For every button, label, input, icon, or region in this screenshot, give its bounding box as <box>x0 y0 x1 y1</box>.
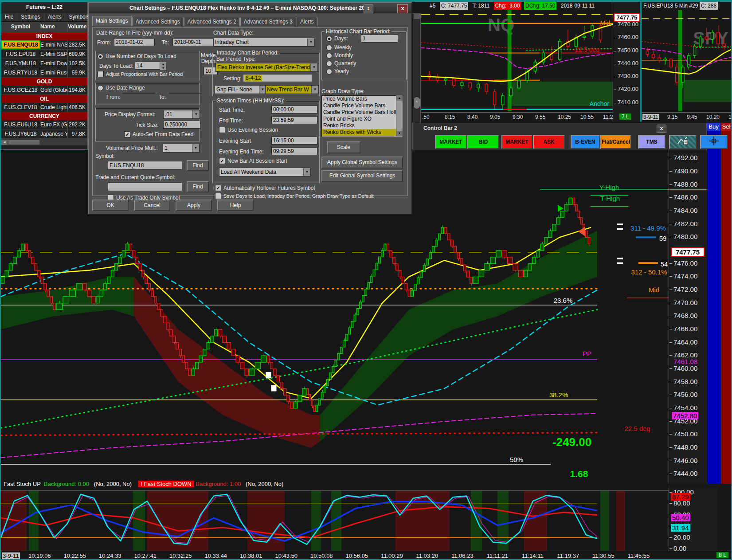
symbol-cell[interactable]: F.US.GCEZ18 <box>1 86 40 94</box>
watchlist-row[interactable]: F.US.EU6U18Euro FX (Glo292.2K <box>1 120 87 129</box>
bar-period-type-select[interactable]: Flex Renko Inverse Set (BarSize-Trend▼ <box>215 63 318 72</box>
listbox-item[interactable]: Candle Price Volume Bars <box>322 102 403 109</box>
dialog-close-icon[interactable]: x <box>397 4 408 13</box>
nq-mini-chart[interactable]: #5 C: 7477.75 T: 1811 Chg: -3.00 DChg: 1… <box>421 2 613 121</box>
tab-advanced-settings-3[interactable]: Advanced Settings 3 <box>240 17 296 26</box>
listbox-item[interactable]: Candle Price Volume Bars Holl <box>322 109 403 116</box>
graph-draw-listbox[interactable]: Price Volume BarsCandle Price Volume Bar… <box>321 95 403 137</box>
scrollbar-thumb[interactable]: ^ <box>414 97 420 109</box>
menu-alerts[interactable]: Alerts <box>44 12 66 21</box>
symbol-cell[interactable]: F.US.EU6U18 <box>1 120 40 129</box>
setting-input[interactable]: 8-4-12 <box>243 74 312 82</box>
cancel-button[interactable]: Cancel <box>134 200 170 211</box>
find-trade-symbol-button[interactable]: Find <box>187 181 209 192</box>
new-bar-checkbox[interactable]: ✓New Bar At Session Start <box>219 158 287 164</box>
ok-button[interactable]: OK <box>92 200 129 211</box>
column-header-symbol[interactable]: Symbol <box>1 22 40 32</box>
scroll-thumb[interactable] <box>8 140 39 145</box>
tick-size-input[interactable]: 0.250000 <box>163 121 200 129</box>
symbol-cell[interactable]: F.US.YMU18 <box>1 59 40 68</box>
end-time-input[interactable]: 23:59:59 <box>271 116 317 124</box>
watchlist-row[interactable]: F.US.CLEV18Crude Light406.5K <box>1 103 87 112</box>
watchlist-row[interactable]: F.US.EPU18E-Mini S&P689.9K <box>1 50 87 59</box>
market-button[interactable]: MARKET <box>501 135 532 149</box>
tab-advanced-settings-2[interactable]: Advanced Settings 2 <box>184 17 240 26</box>
to-input[interactable]: 2018-09-11 <box>172 38 213 46</box>
hist-monthly-radio[interactable]: Monthly <box>326 52 353 59</box>
dialog-title[interactable]: Chart Settings – F.US.ENQU18 Flex Renko … <box>89 3 411 13</box>
listbox-item[interactable]: Price Volume Bars <box>322 96 403 102</box>
watchlist-hscrollbar[interactable]: ◄ <box>1 139 87 145</box>
chart-calc-button[interactable] <box>669 135 697 149</box>
vap-select[interactable]: 1▼ <box>163 144 200 153</box>
edit-global-button[interactable]: Edit Global Symbol Settings <box>321 170 403 182</box>
crosshair-button[interactable] <box>700 135 728 149</box>
dialog-spinner-icon[interactable]: ⇕ <box>364 4 373 13</box>
hist-weekly-radio[interactable]: Weekly <box>326 44 352 51</box>
find-symbol-button[interactable]: Find <box>187 160 209 171</box>
watchlist-column-headers[interactable]: SymbolNameVolume <box>1 22 87 32</box>
days-spinner[interactable]: ▲▼ <box>160 62 167 70</box>
spy-mini-chart[interactable]: F.US.EPU18 5 Min #29 C: 288 SPY 8-9-119:… <box>640 2 732 121</box>
market-button[interactable]: MARKET <box>435 135 467 149</box>
column-header-name[interactable]: Name <box>40 22 68 32</box>
column-header-volume[interactable]: Volume <box>68 22 86 32</box>
watchlist-row[interactable]: F.US.RTYU18E-mini Russ59.9K <box>1 68 87 78</box>
watchlist-row[interactable]: F.US.YMU18E-mini Dow102.5K <box>1 59 87 68</box>
scroll-left-icon[interactable]: ◄ <box>1 140 8 145</box>
hist-days-input[interactable]: 1 <box>361 35 398 43</box>
tab-main-settings[interactable]: Main Settings <box>92 16 132 26</box>
evening-start-input[interactable]: 16:15:00 <box>271 137 317 145</box>
chart-data-type-select[interactable]: Intraday Chart▼ <box>213 38 315 47</box>
listbox-scrollbar[interactable]: ▲ ▼ <box>396 95 403 136</box>
symbol-cell[interactable]: F.US.RTYU18 <box>1 68 40 77</box>
symbol-cell[interactable]: F.US.CLEV18 <box>1 103 40 112</box>
stoch-scale[interactable]: 100.0080.0060.0040.0020.000.0087.2950.40… <box>669 488 718 552</box>
start-time-input[interactable]: 00:00:00 <box>271 106 317 114</box>
hist-days-radio[interactable]: Days: <box>326 35 348 42</box>
main-price-scale[interactable]: 7492.007490.007488.007486.007484.007482.… <box>669 150 707 484</box>
hist-yearly-radio[interactable]: Yearly <box>326 68 349 74</box>
watchlist-row[interactable]: F.US.ENQU18E-mini NAS282.5K <box>1 40 87 50</box>
range-to-input[interactable] <box>169 93 202 94</box>
adjust-proportional-checkbox[interactable]: Adjust Proportional With Bar Period <box>98 71 183 77</box>
listbox-item[interactable]: Renko Bricks with Wicks <box>322 129 403 136</box>
symbol-input[interactable]: F.US.ENQU18 <box>108 161 182 170</box>
listbox-item[interactable]: Point and Figure XO <box>322 116 403 122</box>
evening-end-input[interactable]: 09:29:59 <box>271 147 317 155</box>
symbol-cell[interactable]: F.US.JY6U18 <box>1 129 40 138</box>
watchlist-row[interactable]: F.US.JY6U18Japanese Ye97.8K <box>1 129 87 139</box>
trade-symbol-input[interactable] <box>108 182 182 191</box>
gap-fill-select[interactable]: Gap Fill - None▼ <box>215 85 266 94</box>
use-date-range-radio[interactable]: Use Date Range <box>98 85 145 91</box>
hist-quarterly-radio[interactable]: Quarterly <box>326 60 356 67</box>
main-time-axis[interactable]: 3-9-1110:19:0610:22:5510:24:3310:27:4110… <box>1 551 732 560</box>
bid-button[interactable]: BID <box>467 135 499 149</box>
menu-settings[interactable]: Settings <box>17 12 44 21</box>
control-bar-close-icon[interactable]: x <box>657 125 666 133</box>
tab-advanced-settings[interactable]: Advanced Settings <box>132 17 184 26</box>
price-display-format-select[interactable]: .01▼ <box>163 110 200 119</box>
dom-sell-column[interactable]: Sell <box>721 123 732 484</box>
scale-button[interactable]: Scale <box>327 141 360 153</box>
watchlist-title[interactable]: Futures – L:22 <box>1 2 87 12</box>
stoch-panel[interactable] <box>1 490 669 551</box>
listbox-item[interactable]: Renko Bricks <box>322 122 403 129</box>
flat-cancel-button[interactable]: Flat/Cancel <box>600 135 631 149</box>
dom-buy-column[interactable]: Buy <box>707 123 720 484</box>
use-evening-checkbox[interactable]: Use Evening Session <box>219 127 278 133</box>
symbol-cell[interactable]: F.US.EPU18 <box>1 50 40 59</box>
tab-alerts[interactable]: Alerts <box>297 17 317 26</box>
range-from-input[interactable] <box>122 93 155 94</box>
save-defaults-checkbox[interactable]: Save Days to Load, Intraday Bar Period, … <box>215 193 374 199</box>
from-input[interactable]: 2018-01-02 <box>114 38 155 46</box>
b-even-button[interactable]: B-EVEN <box>571 135 600 149</box>
help-button[interactable]: Help <box>217 200 254 211</box>
use-days-radio[interactable]: Use Number Of Days To Load <box>98 53 176 59</box>
new-trend-select[interactable]: New Trend Bar W▼ <box>265 85 319 94</box>
nq-price-scale[interactable]: 7477.75 7470.007460.007450.007440.007430… <box>613 2 641 121</box>
days-to-load-input[interactable]: 14 <box>135 62 162 70</box>
auto-rollover-checkbox[interactable]: ✓Automatically Rollover Futures Symbol <box>215 185 315 191</box>
ask-button[interactable]: ASK <box>533 135 565 149</box>
symbol-cell[interactable]: F.US.ENQU18 <box>1 40 40 49</box>
